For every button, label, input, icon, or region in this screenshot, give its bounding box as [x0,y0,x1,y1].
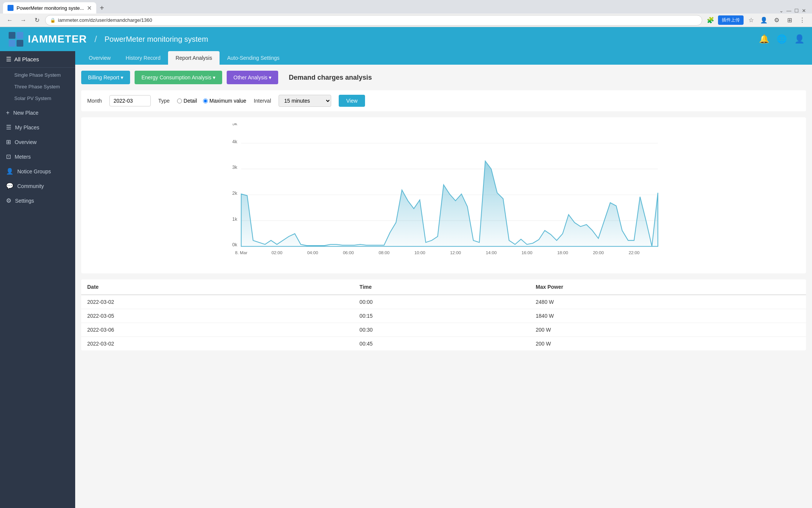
sidebar: ☰ All Places Single Phase System Three P… [0,51,75,508]
address-bar[interactable]: 🔒 iammeter.com/dz/user/demandcharge/1360 [45,15,702,26]
svg-text:02:00: 02:00 [271,250,282,255]
sidebar-all-places[interactable]: ☰ All Places [0,51,75,68]
svg-text:2k: 2k [232,191,238,196]
cell-time-1: 00:15 [353,309,530,323]
hamburger-icon: ☰ [6,56,11,63]
svg-text:14:00: 14:00 [486,250,497,255]
svg-text:20:00: 20:00 [593,250,604,255]
sidebar-item-solar-pv[interactable]: Solar PV System [0,93,75,104]
tab-navigation: Overview History Record Report Analysis … [75,51,812,65]
sidebar-community[interactable]: 💬 Community [0,179,75,193]
controls-row: Month Type Detail Maximum value Inter [81,90,806,111]
detail-label: Detail [183,98,197,104]
tab-auto-sending[interactable]: Auto-Sending Settings [220,51,287,65]
globe-icon[interactable]: 🌐 [777,34,787,44]
month-input[interactable] [109,95,151,106]
col-header-max-power: Max Power [530,279,806,295]
sidebar-overview[interactable]: ⊞ Overview [0,135,75,149]
forward-button[interactable]: → [18,15,29,26]
extensions-icon[interactable]: 🧩 [705,15,716,26]
browser-tab[interactable]: PowerMeter monitoring syste... ✕ [3,2,96,14]
meters-icon: ⊡ [6,153,11,160]
detail-radio-input[interactable] [177,99,182,103]
sidebar-item-three-phase[interactable]: Three Phase System [0,81,75,93]
profile-icon[interactable]: 👤 [759,15,769,26]
other-analysis-button[interactable]: Other Analysis ▾ [227,71,278,84]
extension-upload-button[interactable]: 插件上传 [718,15,744,25]
page-title: Demand charges analysis [289,74,372,82]
notifications-icon[interactable]: 🔔 [759,34,769,44]
notice-groups-label: Notice Groups [17,168,51,174]
data-table: Date Time Max Power 2022-03-02 00:00 248… [81,279,806,350]
view-button[interactable]: View [339,95,365,107]
main-content: Overview History Record Report Analysis … [75,51,812,508]
svg-text:10:00: 10:00 [414,250,425,255]
svg-text:4k: 4k [232,139,238,144]
interval-label: Interval [254,98,271,104]
svg-marker-23 [241,161,658,246]
back-button[interactable]: ← [5,15,15,26]
bookmark-icon[interactable]: ☆ [746,15,756,26]
single-phase-label: Single Phase System [14,72,61,78]
cell-time-0: 00:00 [353,295,530,309]
svg-text:08:00: 08:00 [379,250,389,255]
type-radio-group: Detail Maximum value [177,98,246,104]
svg-text:1k: 1k [232,217,238,222]
col-header-date: Date [81,279,353,295]
plus-icon: + [6,109,9,116]
month-label: Month [87,98,102,104]
max-value-label: Maximum value [209,98,246,104]
browser-chrome: PowerMeter monitoring syste... ✕ + ⌄ — ☐… [0,0,812,27]
table-row: 2022-03-02 00:45 200 W [81,337,806,351]
favicon-icon [8,5,14,11]
lock-icon: 🔒 [50,18,56,23]
cell-max-power-3: 200 W [530,337,806,351]
sidebar-my-places[interactable]: ☰ My Places [0,120,75,135]
svg-text:16:00: 16:00 [521,250,532,255]
sidebar-item-single-phase[interactable]: Single Phase System [0,69,75,81]
svg-text:3k: 3k [232,165,238,170]
action-buttons-row: Billing Report ▾ Energy Consumption Anal… [81,71,806,84]
tab-overview[interactable]: Overview [81,51,118,65]
max-value-radio-input[interactable] [203,99,208,103]
url-text: iammeter.com/dz/user/demandcharge/1360 [58,17,152,23]
close-tab-button[interactable]: ✕ [87,5,92,12]
sidebar-notice-groups[interactable]: 👤 Notice Groups [0,164,75,179]
tab-history[interactable]: History Record [118,51,168,65]
sidebar-new-place[interactable]: + New Place [0,106,75,120]
cell-date-2: 2022-03-06 [81,323,353,337]
cell-max-power-1: 1840 W [530,309,806,323]
cell-date-3: 2022-03-02 [81,337,353,351]
other-analysis-label: Other Analysis ▾ [233,74,271,80]
tab-report-analysis[interactable]: Report Analysis [168,51,220,65]
sidebar-meters[interactable]: ⊡ Meters [0,149,75,164]
user-account-icon[interactable]: 👤 [794,34,804,44]
overview-icon: ⊞ [6,138,11,146]
interval-select[interactable]: 15 minutes 30 minutes 1 hour [279,95,331,107]
table-row: 2022-03-05 00:15 1840 W [81,309,806,323]
settings-icon: ⚙ [6,197,11,204]
energy-consumption-button[interactable]: Energy Consumption Analysis ▾ [135,71,222,84]
detail-radio[interactable]: Detail [177,98,197,104]
header-title: PowerMeter monitoring system [105,35,208,44]
billing-report-button[interactable]: Billing Report ▾ [81,71,130,84]
svg-text:18:00: 18:00 [557,250,568,255]
svg-text:12:00: 12:00 [450,250,461,255]
settings-label: Settings [15,198,34,204]
reload-button[interactable]: ↻ [32,15,42,26]
svg-text:5k: 5k [232,123,238,126]
extensions-list-icon[interactable]: ⊞ [784,15,795,26]
sidebar-settings[interactable]: ⚙ Settings [0,193,75,208]
max-value-radio[interactable]: Maximum value [203,98,246,104]
chart-container: 0k 1k 2k 3k 4k 5k 8. Mar [81,117,806,273]
cell-max-power-2: 200 W [530,323,806,337]
energy-consumption-label: Energy Consumption Analysis ▾ [141,74,215,80]
community-icon: 💬 [6,182,14,190]
three-phase-label: Three Phase System [14,84,60,89]
more-options-icon[interactable]: ⋮ [797,15,807,26]
svg-text:06:00: 06:00 [343,250,354,255]
settings-menu-icon[interactable]: ⚙ [771,15,782,26]
cell-time-3: 00:45 [353,337,530,351]
svg-text:0k: 0k [232,242,238,247]
new-tab-button[interactable]: + [96,2,108,14]
